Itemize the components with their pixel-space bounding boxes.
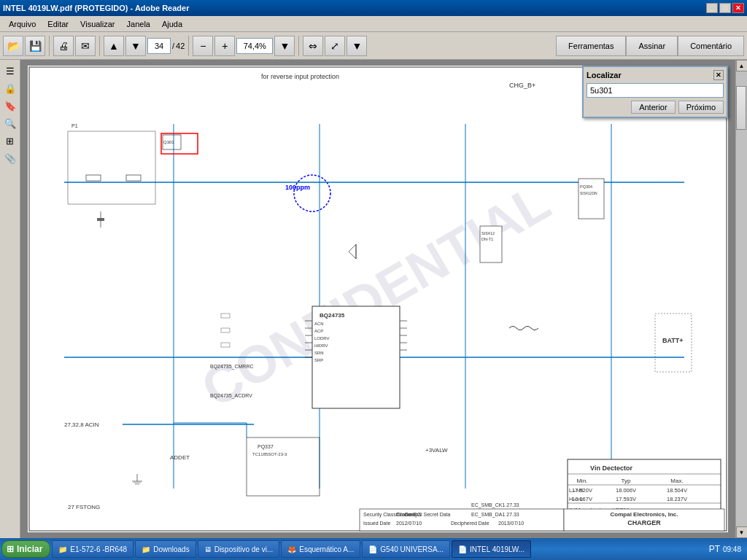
- keyboard-layout-indicator[interactable]: PT: [709, 544, 720, 554]
- email-button[interactable]: ✉: [75, 36, 96, 56]
- sidebar-search-icon[interactable]: 🔍: [2, 115, 18, 131]
- scroll-down-button[interactable]: ▼: [736, 526, 748, 538]
- svg-text:ACN: ACN: [314, 322, 324, 326]
- menu-janela[interactable]: Janela: [121, 18, 156, 30]
- system-tray: PT 09:48: [705, 544, 746, 554]
- tray-time: 09:48: [723, 545, 741, 553]
- zoom-out-button[interactable]: −: [193, 36, 213, 56]
- svg-text:SIS412DN: SIS412DN: [580, 191, 597, 195]
- taskbar-icon-2: 🖥: [204, 545, 212, 553]
- svg-text:Min.: Min.: [576, 478, 587, 484]
- menu-ajuda[interactable]: Ajuda: [156, 18, 188, 30]
- toolbar-sep-4: [298, 36, 299, 56]
- svg-text:100ppm: 100ppm: [285, 184, 310, 191]
- menu-arquivo[interactable]: Arquivo: [3, 18, 42, 30]
- prev-page-button[interactable]: ▲: [104, 36, 124, 56]
- sidebar-attach-icon[interactable]: 📎: [2, 150, 18, 166]
- close-button[interactable]: ✕: [732, 3, 744, 13]
- svg-text:+3VALW: +3VALW: [425, 447, 448, 454]
- fit-page-button[interactable]: ⤢: [325, 36, 345, 56]
- toolbar-sep-3: [188, 36, 189, 56]
- sidebar-bookmark-icon[interactable]: 🔖: [2, 98, 18, 114]
- save-button[interactable]: 💾: [25, 36, 45, 56]
- taskbar-item-1[interactable]: 📁 Downloads: [135, 540, 196, 558]
- svg-text:Compal Electronics, Inc.: Compal Electronics, Inc.: [611, 511, 678, 518]
- toolbar-sep-2: [99, 36, 100, 56]
- svg-text:BQ24735: BQ24735: [320, 312, 345, 319]
- find-close-button[interactable]: ✕: [713, 70, 724, 80]
- toolbar-right: Ferramentas Assinar Comentário: [556, 36, 744, 56]
- svg-text:27,32,8 ACIN: 27,32,8 ACIN: [64, 421, 99, 428]
- menu-visualizar[interactable]: Visualizar: [74, 18, 121, 30]
- svg-text:Typ: Typ: [622, 478, 631, 484]
- schematic-svg: CONFIDENTIAL for reverse input protectio…: [28, 66, 728, 532]
- svg-rect-94: [221, 328, 230, 332]
- taskbar-icon-3: 🦊: [287, 545, 296, 553]
- taskbar-label-3: Esquemático A...: [299, 545, 354, 553]
- svg-text:PQ304: PQ304: [580, 184, 592, 189]
- scrollbar-right[interactable]: ▲ ▼: [735, 60, 747, 538]
- svg-rect-18: [126, 175, 141, 181]
- taskbar-item-2[interactable]: 🖥 Dispositivo de vi...: [198, 540, 280, 558]
- page-total: 42: [176, 42, 185, 50]
- taskbar-icon-1: 📁: [142, 545, 150, 553]
- print-button[interactable]: 🖨: [53, 36, 74, 56]
- schematic-page: CONFIDENTIAL for reverse input protectio…: [28, 66, 728, 532]
- taskbar-label-1: Downloads: [153, 545, 189, 553]
- svg-text:Q301: Q301: [163, 140, 174, 144]
- menu-editar[interactable]: Editar: [42, 18, 74, 30]
- more-button[interactable]: ▼: [347, 36, 367, 56]
- svg-text:2013/07/10: 2013/07/10: [498, 521, 524, 526]
- zoom-input[interactable]: [236, 38, 273, 54]
- assinar-button[interactable]: Assinar: [626, 36, 678, 56]
- svg-text:HIDRV: HIDRV: [314, 343, 328, 348]
- taskbar-label-0: E1-572-6 -BR648: [70, 545, 127, 553]
- toolbar: 📂 💾 🖨 ✉ ▲ ▼ / 42 − + ▼ ⇔ ⤢ ▼ Ferramentas…: [0, 32, 747, 60]
- svg-text:Clone BC: Clone BC: [396, 511, 421, 518]
- svg-rect-93: [221, 314, 230, 318]
- sidebar-lock-icon[interactable]: 🔒: [2, 80, 18, 96]
- zoom-dropdown[interactable]: ▼: [274, 36, 295, 56]
- find-prev-button[interactable]: Anterior: [631, 101, 676, 114]
- scroll-track[interactable]: [736, 71, 748, 526]
- taskbar: ⊞ Iniciar 📁 E1-572-6 -BR648 📁 Downloads …: [0, 538, 747, 560]
- svg-text:18.006V: 18.006V: [616, 487, 636, 494]
- scroll-up-button[interactable]: ▲: [736, 60, 748, 71]
- find-input[interactable]: [587, 83, 724, 98]
- svg-text:SIS412: SIS412: [481, 231, 495, 236]
- svg-text:SRP: SRP: [314, 358, 323, 362]
- minimize-button[interactable]: _: [706, 3, 718, 13]
- taskbar-label-5: INTEL 4019LW...: [470, 545, 525, 553]
- taskbar-label-4: G540 UNIVERSA...: [380, 545, 444, 553]
- svg-text:27 FSTONG: 27 FSTONG: [68, 504, 100, 510]
- svg-text:SUSPM: SUSPM: [68, 531, 89, 532]
- find-next-button[interactable]: Próximo: [678, 101, 724, 114]
- svg-text:TC1185SOT-23-3: TC1185SOT-23-3: [252, 452, 287, 456]
- svg-text:EC_SMB_CK1   27.33: EC_SMB_CK1 27.33: [471, 502, 519, 508]
- svg-text:BQ24735_CMRRC: BQ24735_CMRRC: [210, 364, 254, 370]
- open-button[interactable]: 📂: [3, 36, 23, 56]
- page-input[interactable]: [147, 38, 171, 54]
- titlebar-title: INTEL 4019LW.pdf (PROTEGIDO) - Adobe Rea…: [3, 4, 189, 12]
- taskbar-item-3[interactable]: 🦊 Esquemático A...: [281, 540, 360, 558]
- next-page-button[interactable]: ▼: [125, 36, 146, 56]
- svg-text:CHARGER: CHARGER: [627, 519, 661, 526]
- taskbar-item-4[interactable]: 📄 G540 UNIVERSA...: [362, 540, 450, 558]
- taskbar-item-0[interactable]: 📁 E1-572-6 -BR648: [52, 540, 133, 558]
- taskbar-icon-0: 📁: [58, 545, 67, 553]
- scroll-thumb[interactable]: [736, 86, 746, 130]
- windows-icon: ⊞: [7, 544, 14, 554]
- sidebar-hand-icon[interactable]: ☰: [2, 63, 18, 79]
- zoom-in-button[interactable]: +: [214, 36, 235, 56]
- start-button[interactable]: ⊞ Iniciar: [1, 540, 50, 558]
- ferramentas-button[interactable]: Ferramentas: [556, 36, 626, 56]
- svg-text:P1: P1: [71, 123, 78, 128]
- fit-width-button[interactable]: ⇔: [303, 36, 323, 56]
- taskbar-item-5[interactable]: 📄 INTEL 4019LW...: [452, 540, 531, 558]
- maximize-button[interactable]: □: [719, 3, 731, 13]
- svg-text:2012/07/10: 2012/07/10: [396, 521, 422, 526]
- comentario-button[interactable]: Comentário: [678, 36, 744, 56]
- svg-text:CHG_B+: CHG_B+: [509, 82, 535, 89]
- pdf-area: Localizar ✕ Anterior Próximo CONFIDENTIA…: [20, 60, 735, 538]
- sidebar-layers-icon[interactable]: ⊞: [2, 133, 18, 149]
